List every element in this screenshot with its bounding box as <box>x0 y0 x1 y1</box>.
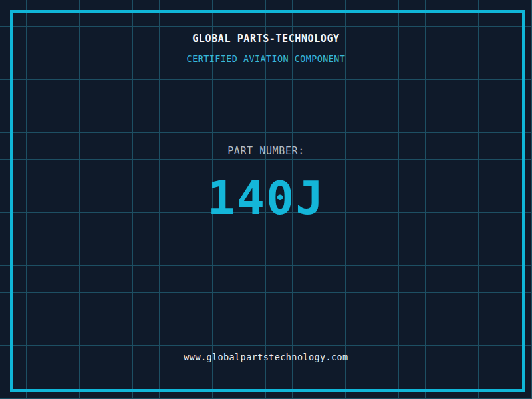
certification-subtitle: CERTIFIED AVIATION COMPONENT <box>0 55 532 64</box>
website-url: www.globalpartstechnology.com <box>0 353 532 362</box>
part-number-value: 140J <box>0 175 532 221</box>
part-label-page: { "page": { "background_color": "#0f1a2a… <box>0 0 532 399</box>
company-title: GLOBAL PARTS-TECHNOLOGY <box>0 34 532 44</box>
part-number-label: PART NUMBER: <box>0 146 532 156</box>
